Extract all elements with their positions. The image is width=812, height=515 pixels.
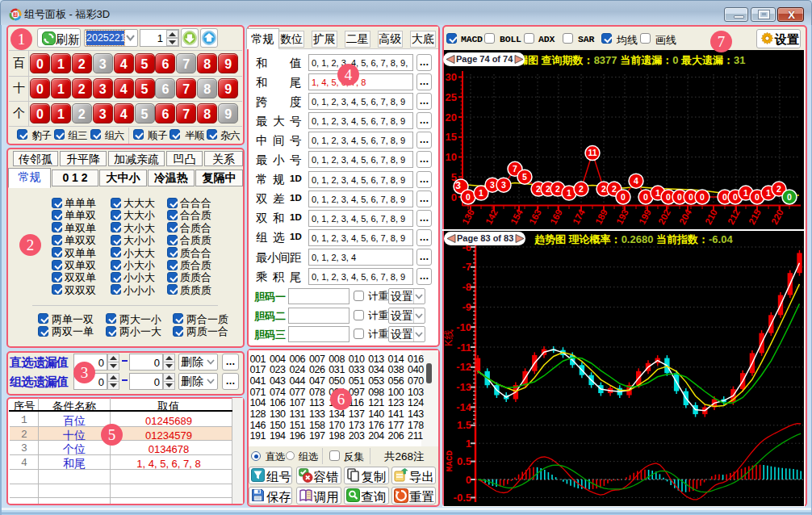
svg-text:0: 0 <box>722 192 727 202</box>
svg-text:4: 4 <box>634 176 638 186</box>
svg-text:11: 11 <box>588 148 596 157</box>
svg-text:1: 1 <box>479 188 483 198</box>
svg-text:10: 10 <box>446 151 457 163</box>
svg-text:5: 5 <box>522 172 527 182</box>
svg-text:-12: -12 <box>456 361 471 373</box>
svg-text:-8: -8 <box>462 281 471 293</box>
svg-text:0: 0 <box>666 192 671 202</box>
svg-text:204: 204 <box>677 207 693 226</box>
svg-text:199: 199 <box>637 207 653 226</box>
svg-text:-11: -11 <box>457 341 471 354</box>
svg-text:163: 163 <box>527 207 543 226</box>
svg-text:-9: -9 <box>462 301 471 313</box>
svg-text:-14: -14 <box>456 401 472 413</box>
svg-text:215: 215 <box>747 207 763 226</box>
svg-text:0: 0 <box>755 192 760 202</box>
svg-text:169: 169 <box>548 207 564 226</box>
svg-text:0: 0 <box>677 192 682 202</box>
svg-text:20: 20 <box>446 111 457 124</box>
svg-text:2: 2 <box>555 184 560 194</box>
svg-text:220: 220 <box>769 207 785 226</box>
svg-text:25: 25 <box>446 91 457 103</box>
svg-text:193: 193 <box>614 207 630 226</box>
svg-text:1: 1 <box>743 188 748 198</box>
svg-text:0: 0 <box>621 192 626 202</box>
svg-text:1: 1 <box>567 188 571 198</box>
svg-text:2: 2 <box>546 184 550 194</box>
svg-text:3: 3 <box>501 180 506 190</box>
svg-text:1.5: 1.5 <box>457 419 471 431</box>
svg-text:0: 0 <box>689 192 693 202</box>
svg-text:-10: -10 <box>456 321 471 333</box>
svg-text:2: 2 <box>776 184 781 194</box>
svg-text:7: 7 <box>513 164 517 174</box>
svg-text:2: 2 <box>536 184 541 194</box>
svg-text:2: 2 <box>612 184 617 194</box>
svg-text:142: 142 <box>483 207 500 226</box>
svg-text:136: 136 <box>460 207 476 226</box>
svg-text:2: 2 <box>579 184 584 194</box>
svg-text:-0.5: -0.5 <box>454 492 471 504</box>
svg-text:0: 0 <box>466 474 471 486</box>
svg-text:-13: -13 <box>456 381 471 393</box>
svg-text:0: 0 <box>643 192 648 202</box>
svg-text:-7: -7 <box>462 261 471 273</box>
svg-text:1: 1 <box>766 188 771 198</box>
svg-text:202: 202 <box>656 207 672 226</box>
svg-text:0: 0 <box>466 192 471 202</box>
svg-text:210: 210 <box>703 207 719 226</box>
svg-text:0: 0 <box>451 191 457 203</box>
svg-text:30: 30 <box>446 71 457 83</box>
svg-text:0: 0 <box>733 192 738 202</box>
svg-text:2: 2 <box>601 184 606 194</box>
svg-text:189: 189 <box>593 207 609 226</box>
svg-text:1: 1 <box>466 438 471 450</box>
svg-text:3: 3 <box>455 180 461 191</box>
svg-text:1: 1 <box>655 188 660 198</box>
svg-text:174: 174 <box>571 207 587 226</box>
svg-text:0: 0 <box>787 192 792 202</box>
svg-text:15: 15 <box>446 131 457 143</box>
svg-text:0: 0 <box>700 192 705 202</box>
svg-text:3: 3 <box>490 180 495 190</box>
svg-text:154: 154 <box>509 207 525 226</box>
svg-text:212: 212 <box>726 207 742 226</box>
svg-text:0.5: 0.5 <box>457 455 471 467</box>
